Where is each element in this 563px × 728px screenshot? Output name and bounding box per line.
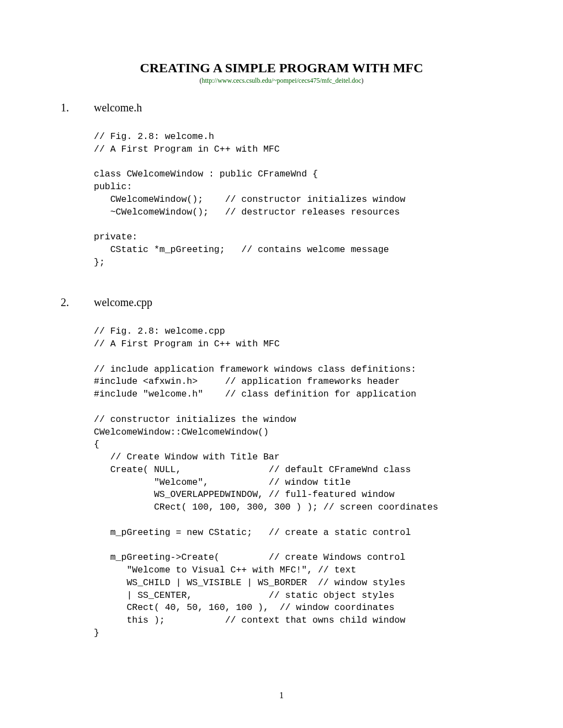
section-title: welcome.cpp	[94, 296, 152, 309]
code-block-2: // Fig. 2.8: welcome.cpp // A First Prog…	[94, 325, 502, 639]
paren-close: )	[361, 77, 363, 84]
section-title: welcome.h	[94, 101, 142, 114]
section-number: 2.	[61, 296, 94, 309]
document-subtitle: (http://www.cecs.csulb.edu/~pompei/cecs4…	[61, 77, 502, 85]
source-link[interactable]: http://www.cecs.csulb.edu/~pompei/cecs47…	[202, 77, 362, 84]
code-block-1: // Fig. 2.8: welcome.h // A First Progra…	[94, 131, 502, 269]
section-header-1: 1. welcome.h	[61, 101, 502, 114]
section-number: 1.	[61, 101, 94, 114]
document-title: CREATING A SIMPLE PROGRAM WITH MFC	[61, 61, 502, 76]
page-number: 1	[0, 690, 563, 700]
section-header-2: 2. welcome.cpp	[61, 296, 502, 309]
